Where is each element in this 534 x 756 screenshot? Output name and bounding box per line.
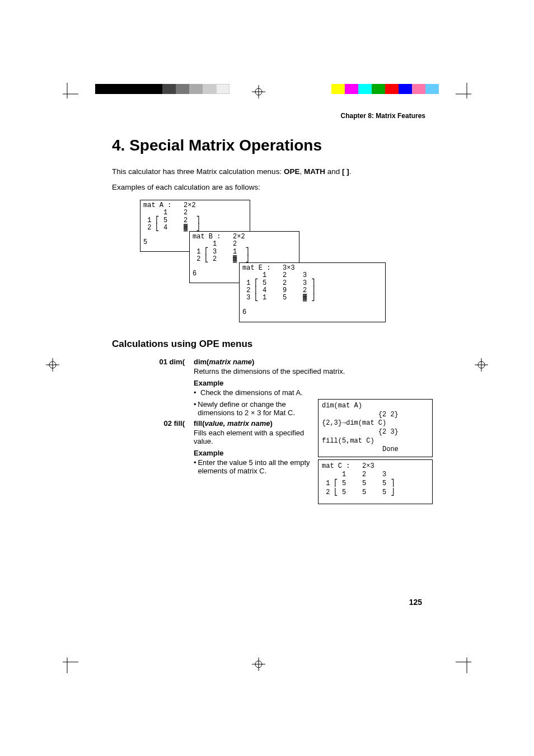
page-content: Chapter 8: Matrix Features 4. Special Ma… xyxy=(112,112,425,506)
op-dim-description: Returns the dimensions of the specified … xyxy=(194,367,425,375)
side-screenshots: dim(mat A) {2 2} {2,3}→dim(mat C) {2 3} … xyxy=(318,399,433,506)
chapter-header: Chapter 8: Matrix Features xyxy=(112,112,425,120)
op-fill-bullet-1: •Enter the value 5 into all the empty el… xyxy=(194,458,311,475)
op-fill-description: Fills each element with a specified valu… xyxy=(194,429,311,445)
page-number: 125 xyxy=(409,598,422,607)
section-subheading: Calculations using OPE menus xyxy=(112,339,425,350)
op-dim-bullet-2: •Newly define or change the dimensions t… xyxy=(194,400,311,417)
op-dim-label: 01 dim( xyxy=(112,358,194,397)
registration-mark-left xyxy=(46,358,59,372)
crop-mark-tl xyxy=(56,83,78,105)
registration-mark-right xyxy=(475,358,488,372)
op-dim-cont: •Newly define or change the dimensions t… xyxy=(112,399,311,417)
grayscale-swatch-bar xyxy=(95,84,229,94)
crop-mark-br xyxy=(456,651,478,673)
matrix-screenshots: mat A : 2×2 1 2 1 ⎡ 5 2 ⎤ 2 ⎣ 4 ▓ ⎦ 5 ma… xyxy=(140,200,425,328)
screen-mat-e: mat E : 3×3 1 2 3 1 ⎡ 5 2 3 ⎤ 2 ⎢ 4 9 2 … xyxy=(239,262,386,322)
op-dim-signature: dim(matrix name) xyxy=(194,358,425,366)
crop-mark-tr xyxy=(456,83,478,105)
registration-mark-bottom xyxy=(252,658,265,671)
op-fill: 02 fill( fill(value, matrix name) Fills … xyxy=(112,419,311,475)
op-dim-example-head: Example xyxy=(194,379,425,387)
ope-split: •Newly define or change the dimensions t… xyxy=(112,399,425,506)
op-dim: 01 dim( dim(matrix name) Returns the dim… xyxy=(112,358,425,397)
op-dim-bullet-1: •Check the dimensions of mat A. xyxy=(194,388,425,397)
color-swatch-bar xyxy=(331,84,439,94)
screen-calc-output: dim(mat A) {2 2} {2,3}→dim(mat C) {2 3} … xyxy=(318,399,433,457)
op-fill-signature: fill(value, matrix name) xyxy=(194,419,311,428)
screen-mat-c: mat C : 2×3 1 2 3 1 ⎡ 5 5 5 ⎤ 2 ⎣ 5 5 5 … xyxy=(318,459,433,504)
intro-paragraph-2: Examples of each calculation are as foll… xyxy=(112,181,425,194)
crop-mark-bl xyxy=(56,651,78,673)
op-fill-label: 02 fill( xyxy=(112,419,194,475)
op-fill-example-head: Example xyxy=(194,449,311,457)
registration-mark-top xyxy=(252,85,265,98)
intro-paragraph-1: This calculator has three Matrix calcula… xyxy=(112,166,425,178)
page-title: 4. Special Matrix Operations xyxy=(112,137,425,154)
